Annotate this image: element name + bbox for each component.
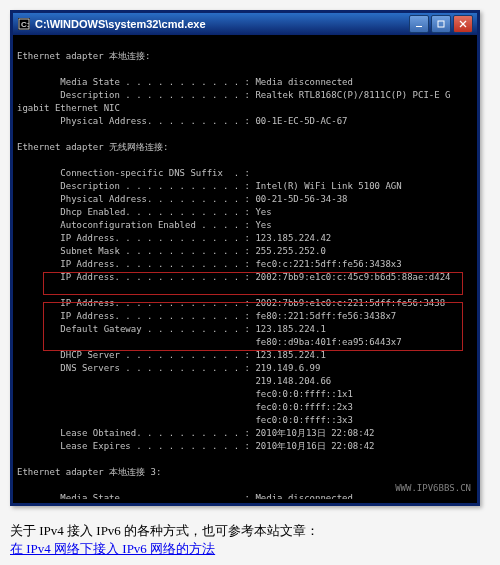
svg-rect-4 <box>438 21 444 27</box>
watermark: WWW.IPV6BBS.CN <box>395 482 471 495</box>
window-title: C:\WINDOWS\system32\cmd.exe <box>35 18 409 30</box>
svg-text:C:: C: <box>21 20 29 29</box>
terminal-output[interactable]: Ethernet adapter 本地连接: Media State . . .… <box>13 35 477 499</box>
caption-link[interactable]: 在 IPv4 网络下接入 IPv6 网络的方法 <box>10 541 215 556</box>
terminal-lines: Ethernet adapter 本地连接: Media State . . .… <box>17 37 473 499</box>
caption-text: 关于 IPv4 接入 IPv6 的各种方式，也可参考本站文章： <box>10 523 319 538</box>
close-button[interactable] <box>453 15 473 33</box>
titlebar[interactable]: C: C:\WINDOWS\system32\cmd.exe <box>13 13 477 35</box>
maximize-button[interactable] <box>431 15 451 33</box>
caption: 关于 IPv4 接入 IPv6 的各种方式，也可参考本站文章： 在 IPv4 网… <box>10 522 474 558</box>
svg-rect-3 <box>416 26 422 27</box>
minimize-button[interactable] <box>409 15 429 33</box>
cmd-icon: C: <box>17 17 31 31</box>
window-buttons <box>409 15 473 33</box>
cmd-window: C: C:\WINDOWS\system32\cmd.exe Ethernet … <box>10 10 480 506</box>
